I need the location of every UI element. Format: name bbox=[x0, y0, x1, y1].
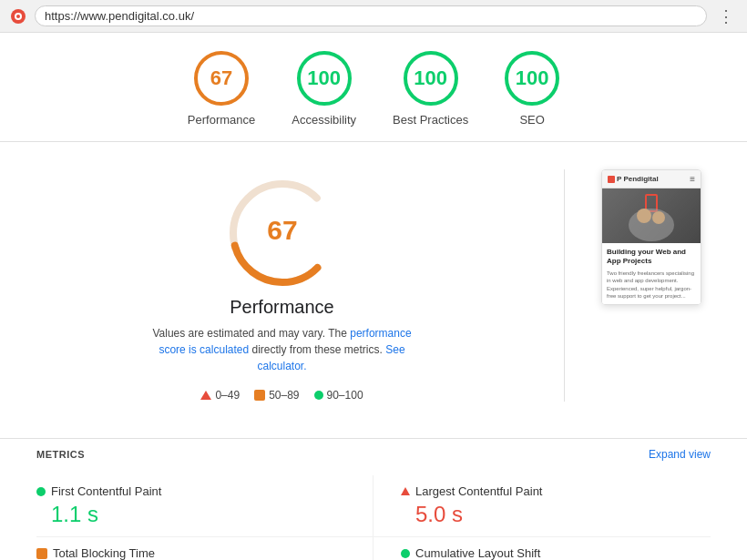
score-accessibility[interactable]: 100 Accessibility bbox=[292, 51, 356, 127]
preview-site-text: Two friendly freelancers specialising in… bbox=[607, 270, 696, 300]
metric-lcp: Largest Contentful Paint 5.0 s bbox=[374, 475, 711, 537]
svg-point-8 bbox=[652, 211, 665, 224]
circle-icon bbox=[314, 391, 323, 400]
score-performance[interactable]: 67 Performance bbox=[188, 51, 255, 127]
metric-cls-dot bbox=[401, 549, 410, 558]
preview-hero bbox=[602, 188, 701, 243]
legend-good-label: 90–100 bbox=[327, 389, 363, 402]
accessibility-circle: 100 bbox=[297, 51, 352, 106]
best-practices-circle: 100 bbox=[404, 51, 458, 106]
metric-tbt-square bbox=[36, 548, 47, 559]
expand-view-button[interactable]: Expand view bbox=[649, 448, 711, 461]
metric-cls: Cumulative Layout Shift 0.018 bbox=[374, 537, 711, 560]
left-panel: 67 Performance Values are estimated and … bbox=[36, 169, 527, 402]
svg-point-7 bbox=[637, 209, 651, 223]
metric-tbt-header: Total Blocking Time bbox=[36, 546, 345, 560]
metrics-section: METRICS Expand view First Contentful Pai… bbox=[0, 448, 747, 560]
metric-fcp-header: First Contentful Paint bbox=[36, 484, 345, 498]
metric-fcp-value: 1.1 s bbox=[51, 502, 345, 527]
svg-point-2 bbox=[16, 15, 20, 18]
seo-circle: 100 bbox=[505, 51, 559, 106]
right-panel: P Pendigital ≡ Building your Web and App… bbox=[601, 169, 711, 402]
legend-poor-label: 0–49 bbox=[215, 389, 240, 402]
preview-header: P Pendigital ≡ bbox=[602, 170, 701, 188]
seo-label: SEO bbox=[519, 113, 544, 127]
perf-title: Performance bbox=[230, 297, 334, 318]
legend-average: 50–89 bbox=[254, 389, 299, 402]
square-icon bbox=[254, 390, 265, 401]
section-divider bbox=[0, 438, 747, 439]
best-practices-label: Best Practices bbox=[393, 113, 468, 127]
triangle-icon bbox=[200, 391, 211, 400]
preview-hero-image bbox=[624, 198, 679, 243]
metric-lcp-value: 5.0 s bbox=[415, 502, 711, 527]
perf-description: Values are estimated and may vary. The p… bbox=[146, 325, 419, 374]
svg-point-6 bbox=[629, 209, 674, 241]
preview-logo-icon bbox=[608, 176, 615, 183]
browser-menu-button[interactable]: ⋮ bbox=[714, 6, 738, 26]
metric-lcp-triangle bbox=[401, 487, 410, 495]
legend-good: 90–100 bbox=[314, 389, 363, 402]
performance-circle: 67 bbox=[194, 51, 249, 106]
accessibility-label: Accessibility bbox=[292, 113, 356, 127]
metrics-grid: First Contentful Paint 1.1 s Largest Con… bbox=[36, 475, 711, 560]
gauge-container: 67 Performance Values are estimated and … bbox=[36, 169, 527, 374]
metric-lcp-name: Largest Contentful Paint bbox=[415, 484, 542, 498]
metric-tbt: Total Blocking Time 560 ms bbox=[36, 537, 374, 560]
metric-cls-name: Cumulative Layout Shift bbox=[415, 546, 540, 560]
performance-label: Performance bbox=[188, 113, 255, 127]
preview-logo-text: P Pendigital bbox=[617, 175, 659, 183]
score-seo[interactable]: 100 SEO bbox=[505, 51, 559, 127]
performance-gauge: 67 bbox=[219, 169, 346, 297]
metric-fcp: First Contentful Paint 1.1 s bbox=[36, 475, 374, 537]
metrics-title: METRICS bbox=[36, 449, 85, 460]
scores-bar: 67 Performance 100 Accessibility 100 Bes… bbox=[0, 33, 747, 142]
preview-hamburger-icon: ≡ bbox=[690, 174, 695, 184]
website-preview: P Pendigital ≡ Building your Web and App… bbox=[601, 169, 701, 305]
metrics-header: METRICS Expand view bbox=[36, 448, 711, 461]
main-content: 67 Performance Values are estimated and … bbox=[0, 142, 747, 429]
vertical-divider bbox=[564, 169, 565, 402]
metric-tbt-name: Total Blocking Time bbox=[53, 546, 155, 560]
metric-cls-header: Cumulative Layout Shift bbox=[401, 546, 711, 560]
preview-site-title: Building your Web and App Projects bbox=[607, 248, 696, 267]
desc-text-2: directly from these metrics. bbox=[252, 343, 386, 356]
browser-chrome: https://www.pendigital.co.uk/ ⋮ bbox=[0, 0, 747, 33]
preview-body: Building your Web and App Projects Two f… bbox=[602, 243, 701, 304]
desc-text: Values are estimated and may vary. The bbox=[152, 327, 350, 340]
metric-fcp-name: First Contentful Paint bbox=[51, 484, 161, 498]
legend-poor: 0–49 bbox=[200, 389, 240, 402]
svg-text:67: 67 bbox=[267, 215, 297, 245]
metric-lcp-header: Largest Contentful Paint bbox=[401, 484, 711, 498]
legend: 0–49 50–89 90–100 bbox=[36, 389, 527, 402]
url-bar[interactable]: https://www.pendigital.co.uk/ bbox=[35, 5, 707, 26]
score-best-practices[interactable]: 100 Best Practices bbox=[393, 51, 468, 127]
legend-avg-label: 50–89 bbox=[269, 389, 299, 402]
metric-fcp-dot bbox=[36, 487, 46, 496]
browser-logo-icon bbox=[9, 7, 27, 25]
preview-logo: P Pendigital bbox=[608, 175, 659, 183]
